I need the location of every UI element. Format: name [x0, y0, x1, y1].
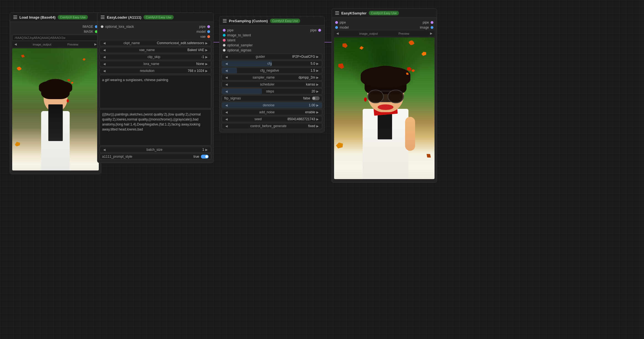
load-image-preview-action[interactable]: Preview: [67, 43, 78, 46]
image-to-latent-dot[interactable]: [223, 34, 226, 37]
add-noise-label: add_noise: [229, 110, 305, 114]
image-to-latent-row: image_to_latent: [219, 33, 324, 38]
sampler-name-field[interactable]: ◀ sampler_name dpmpp_2m ▶: [222, 74, 322, 81]
load-image-badge: ComfyUI Easy Use: [58, 15, 88, 19]
ksampler-preview-action[interactable]: Preview: [398, 32, 409, 35]
steps-label: steps: [229, 89, 312, 93]
scheduler-label: scheduler: [229, 82, 306, 86]
batch-value: 1: [202, 148, 204, 152]
cfg-negative-value: 1.5: [310, 69, 315, 72]
negative-prompt-box[interactable]: (((blur))),paintings,sketches,(worst qua…: [100, 109, 211, 145]
latent-row: latent: [219, 38, 324, 43]
vae-out-dot[interactable]: [207, 35, 210, 38]
mask-port-row: MASK: [10, 29, 101, 34]
seed-label: seed: [229, 117, 287, 121]
sampler-name-label: sampler_name: [229, 76, 299, 79]
clip-left-arrow[interactable]: ◀: [102, 55, 107, 59]
ckpt-right-arrow[interactable]: ▶: [204, 41, 209, 45]
vae-left-arrow[interactable]: ◀: [102, 48, 107, 52]
easy-loader-title: EasyLoader (A1111): [107, 15, 141, 19]
cfg-value: 5.0: [310, 62, 315, 66]
presampling-menu-icon[interactable]: [223, 19, 227, 22]
resolution-field[interactable]: ◀ resolution 768 x 1024 ▶: [100, 68, 211, 74]
easy-loader-badge: ComfyUI Easy Use: [143, 15, 174, 19]
menu-icon[interactable]: [13, 16, 17, 19]
res-left-arrow[interactable]: ◀: [102, 69, 107, 73]
denoise-field[interactable]: ◀ denoise 1.00 ▶: [222, 102, 322, 108]
lora-name-field[interactable]: ◀ lora_name None ▶: [100, 61, 211, 67]
lora-right-arrow[interactable]: ▶: [204, 62, 209, 66]
optional-lora-stack-label: optional_lora_stack: [105, 25, 134, 29]
clip-skip-field[interactable]: ◀ clip_skip -1 ▶: [100, 54, 211, 60]
ckpt-label: ckpt_name: [107, 41, 157, 45]
flip-sigmas-label: flip_sigmas: [224, 96, 303, 100]
easy-ksampler-badge: ComfyUI Easy Use: [369, 11, 399, 15]
control-before-generate-label: control_before_generate: [229, 124, 308, 128]
ksampler-model-in-dot[interactable]: [335, 26, 338, 29]
latent-dot[interactable]: [223, 39, 226, 42]
res-label: resolution: [107, 69, 188, 73]
load-image-preview: [12, 48, 99, 170]
image-port-row: IMAGE: [10, 24, 101, 29]
steps-value: 20: [312, 89, 315, 93]
cfg-field[interactable]: ◀ cfg 5.0 ▶: [222, 61, 322, 67]
image-base64-value[interactable]: /4AAQSkZJrgABAQAAAQABAAD/2w: [12, 35, 99, 41]
batch-size-field[interactable]: ◀ batch_size 1 ▶: [100, 147, 211, 153]
scheduler-value: karras: [306, 82, 315, 86]
batch-right-arrow[interactable]: ▶: [204, 148, 209, 152]
seed-field[interactable]: ◀ seed 850414882721743 ▶: [222, 116, 322, 122]
latent-label: latent: [227, 38, 235, 42]
vae-name-field[interactable]: ◀ vae_name Baked VAE ▶: [100, 47, 211, 53]
ksampler-output-label: image_output: [359, 32, 378, 35]
guider-field[interactable]: ◀ guider IP2P+DualCFG ▶: [222, 54, 322, 60]
clip-right-arrow[interactable]: ▶: [204, 55, 209, 59]
lora-label: lora_name: [107, 62, 196, 66]
easy-ksampler-title: EasyKSampler: [341, 11, 367, 15]
control-before-generate-field[interactable]: ◀ control_before_generate fixed ▶: [222, 123, 322, 129]
optional-lora-stack-dot[interactable]: [101, 25, 103, 28]
guider-label: guider: [229, 55, 292, 59]
optional-sigmas-dot[interactable]: [223, 49, 226, 52]
model-out-row: model: [97, 29, 213, 34]
guider-value: IP2P+DualCFG: [292, 55, 315, 59]
a1111-toggle[interactable]: [201, 155, 209, 159]
batch-left-arrow[interactable]: ◀: [102, 148, 107, 152]
ckpt-left-arrow[interactable]: ◀: [102, 41, 107, 45]
ksampler-pipe-in-dot[interactable]: [335, 21, 338, 24]
easy-loader-menu-icon[interactable]: [101, 16, 105, 19]
res-right-arrow[interactable]: ▶: [204, 69, 209, 73]
steps-field[interactable]: ◀ steps 20 ▶: [222, 88, 322, 94]
flip-sigmas-value: false: [303, 96, 310, 100]
ksampler-pipe-out-dot[interactable]: [431, 21, 433, 24]
clip-value: -1: [201, 55, 204, 59]
presampling-pipe-out-dot[interactable]: [318, 29, 321, 32]
ksampler-model-row: model image: [332, 25, 437, 30]
load-image-preview-bar: ◀ image_output Preview ▶: [12, 41, 99, 47]
vae-out-row: vae: [97, 34, 213, 39]
optional-sampler-dot[interactable]: [223, 44, 226, 47]
lora-left-arrow[interactable]: ◀: [102, 62, 107, 66]
model-out-dot[interactable]: [207, 30, 210, 33]
easy-ksampler-node: EasyKSampler ComfyUI Easy Use pipe pipe …: [332, 8, 437, 183]
a1111-value: true: [193, 155, 199, 159]
pipe-out-dot[interactable]: [207, 25, 210, 28]
scheduler-field[interactable]: ◀ scheduler karras ▶: [222, 81, 322, 87]
vae-right-arrow[interactable]: ▶: [204, 48, 209, 52]
ksampler-image-out-dot[interactable]: [431, 26, 433, 29]
control-before-generate-value: fixed: [308, 124, 315, 128]
easy-ksampler-menu-icon[interactable]: [335, 11, 339, 15]
ksampler-pipe-out-label: pipe: [423, 21, 429, 24]
image-to-latent-label: image_to_latent: [227, 33, 251, 37]
add-noise-field[interactable]: ◀ add_noise enable ▶: [222, 109, 322, 115]
cfg-negative-field[interactable]: ◀ cfg_negative 1.5 ▶: [222, 67, 322, 74]
ckpt-name-field[interactable]: ◀ ckpt_name Common\cosxl_edit.safetensor…: [100, 40, 211, 46]
load-image-header: Load Image (Base64) ComfyUI Easy Use: [10, 13, 101, 22]
positive-prompt-box[interactable]: a girl wearing a sunglasses, chinese pai…: [100, 75, 211, 108]
easy-ksampler-header: EasyKSampler ComfyUI Easy Use: [332, 9, 437, 18]
a1111-prompt-style-field: a1111_prompt_style true: [100, 154, 211, 160]
batch-label: batch_size: [107, 148, 202, 152]
cfg-label: cfg: [229, 62, 310, 66]
flip-sigmas-toggle[interactable]: [312, 96, 320, 100]
mask-port-label: MASK: [84, 30, 93, 34]
presampling-pipe-in-dot[interactable]: [223, 29, 226, 32]
